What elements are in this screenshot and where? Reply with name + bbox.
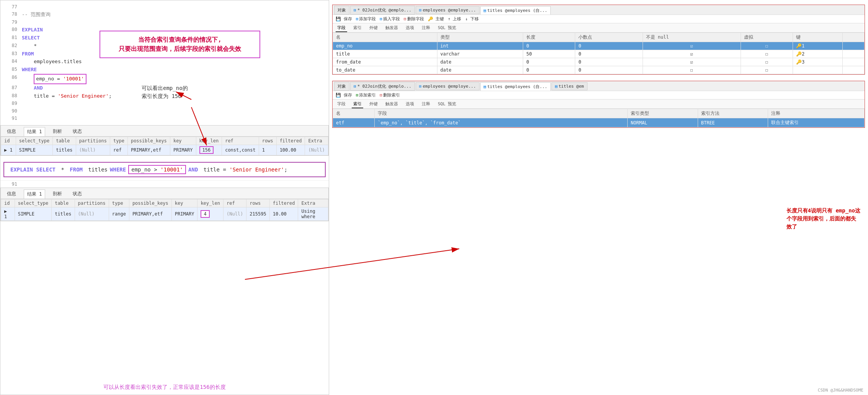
dbcol-len: 长度 bbox=[523, 33, 575, 42]
cell-select-type-1: SIMPLE bbox=[16, 145, 53, 155]
btn-delete-index[interactable]: ⊟删除索引 bbox=[380, 92, 400, 98]
db-subtab-trigger-2[interactable]: 触发器 bbox=[384, 100, 400, 108]
db-row-fromdate[interactable]: from_date date 0 0 ☑ ☐ 🔑3 bbox=[333, 58, 865, 66]
cell-key-len-2: 4 bbox=[197, 207, 224, 220]
tab-status-2[interactable]: 状态 bbox=[70, 189, 85, 199]
tab-profiling-1[interactable]: 剖析 bbox=[50, 127, 65, 136]
db-subtab-sql-1[interactable]: SQL 预览 bbox=[436, 24, 458, 32]
iq-titles: titles bbox=[85, 166, 108, 173]
db-row-title[interactable]: title varchar 50 0 ☑ ☐ 🔑2 bbox=[333, 50, 865, 58]
red-annotation-text: 长度只有4说明只有 emp_no这个字段用到索引，后面的都失效了 bbox=[786, 207, 860, 230]
db-tab-object-1[interactable]: 对象 bbox=[334, 6, 349, 15]
line-num-90: 90 bbox=[3, 108, 17, 115]
results-section-2: 信息 结果 1 剖析 状态 id select_type table parti… bbox=[0, 188, 329, 221]
cell-extra-2: Using where bbox=[298, 207, 328, 220]
iq-star: * bbox=[58, 166, 67, 173]
code-line-79: 79 bbox=[0, 19, 329, 26]
tab-status-1[interactable]: 状态 bbox=[70, 127, 85, 136]
db-subtab-fk-2[interactable]: 外键 bbox=[368, 100, 379, 108]
dbcell-fromdate-type: date bbox=[437, 58, 523, 66]
db-tab-titles-3[interactable]: ▤ titles @em bbox=[551, 82, 587, 90]
line-num-77: 77 bbox=[3, 3, 17, 11]
db-subtab-trigger-1[interactable]: 触发器 bbox=[384, 24, 400, 32]
dbcell-title-notnull: ☑ bbox=[643, 50, 741, 58]
btn-move-down[interactable]: ↓ 下移 bbox=[465, 16, 478, 22]
cell-key-2: PRIMARY bbox=[171, 207, 197, 220]
line-num-84: 84 bbox=[3, 58, 17, 66]
db-row-todate[interactable]: to_date date 0 0 ☐ ☐ bbox=[333, 66, 865, 74]
dbcell-title-name: title bbox=[333, 50, 437, 58]
dbcol-virtual: 虚拟 bbox=[741, 33, 793, 42]
inline-query-container: EXPLAIN SELECT * FROM titles WHERE emp_n… bbox=[0, 156, 329, 180]
code-line-89: 89 bbox=[0, 100, 329, 107]
db-subtab-options-2[interactable]: 选项 bbox=[404, 100, 416, 108]
db-index-row-etf[interactable]: etf `emp_no`, `title`, `from_date` NORMA… bbox=[333, 118, 865, 127]
db-tab-join-1[interactable]: ⊞ * 02Join优化 @emplo... bbox=[350, 6, 415, 15]
db-tab-titles-2[interactable]: ▤ titles @employees (自... bbox=[480, 82, 551, 91]
col-key-2: key bbox=[171, 199, 197, 207]
db-subtab-index-1[interactable]: 索引 bbox=[352, 24, 363, 32]
db-subtab-options-1[interactable]: 选项 bbox=[404, 24, 416, 32]
col-filtered-1: filtered bbox=[276, 137, 305, 145]
dbcol-name: 名 bbox=[333, 33, 437, 42]
dbcell-title-len: 50 bbox=[523, 50, 575, 58]
iq-where: WHERE bbox=[110, 166, 126, 173]
code-line-84: 84 employees.titles bbox=[0, 58, 329, 66]
col-key-1: key bbox=[170, 137, 196, 145]
db-tab-employees-1[interactable]: ⊞ employees @employe... bbox=[416, 6, 480, 14]
cell-possible-keys-2: PRIMARY,etf bbox=[129, 207, 171, 220]
col-id-1: id bbox=[1, 137, 16, 145]
db-tab-employees-2[interactable]: ⊞ employees @employe... bbox=[416, 82, 480, 90]
tab-profiling-2[interactable]: 剖析 bbox=[50, 189, 65, 199]
dbcol-dec: 小数点 bbox=[575, 33, 643, 42]
line-num-83: 83 bbox=[3, 50, 17, 58]
dbcell-empno-notnull: ☑ bbox=[643, 42, 741, 50]
results-table-2: id select_type table partitions type pos… bbox=[1, 199, 328, 221]
col-select-type-2: select_type bbox=[15, 199, 51, 207]
dbcol-key: 键 bbox=[793, 33, 843, 42]
btn-save-2[interactable]: 💾 保存 bbox=[336, 92, 352, 98]
cell-partitions-2: (Null) bbox=[75, 207, 109, 220]
db-subtab-comment-1[interactable]: 注释 bbox=[420, 24, 432, 32]
inline-query: EXPLAIN SELECT * FROM titles WHERE emp_n… bbox=[3, 162, 326, 177]
line-num-80: 80 bbox=[3, 26, 17, 34]
code-line-91b: 91 bbox=[0, 181, 329, 187]
code-line-85: 85 WHERE bbox=[0, 66, 329, 74]
db-tab-titles-1[interactable]: ▤ titles @employees (自... bbox=[480, 6, 551, 15]
btn-save-1[interactable]: 💾 保存 bbox=[336, 16, 352, 22]
db-tab-join-2[interactable]: ⊞ * 02Join优化 @emplo... bbox=[350, 82, 415, 91]
cell-table-2: titles bbox=[52, 207, 75, 220]
dbcell-todate-virtual: ☐ bbox=[741, 66, 793, 74]
btn-add-field[interactable]: ⊞添加字段 bbox=[356, 16, 376, 22]
annotation-small-2: 可以看出emp_no的索引长度为 156 bbox=[142, 84, 188, 100]
dbcell-todate-name: to_date bbox=[333, 66, 437, 74]
db-toolbar-2: 💾 保存 ⊞添加索引 ⊟删除索引 bbox=[333, 91, 865, 100]
tab-info-1[interactable]: 信息 bbox=[4, 127, 19, 136]
cell-type-1: ref bbox=[110, 145, 127, 155]
result-row-2: ▶ 1 SIMPLE titles (Null) range PRIMARY,e… bbox=[1, 207, 328, 220]
db-subtab-fields-1[interactable]: 字段 bbox=[336, 24, 347, 32]
idxcol-comment: 注释 bbox=[768, 109, 865, 118]
db-subtab-comment-2[interactable]: 注释 bbox=[420, 100, 432, 108]
btn-primary-key[interactable]: 🔑 主键 bbox=[428, 16, 444, 22]
col-extra-1: Extra bbox=[305, 137, 328, 145]
db-subtab-fk-1[interactable]: 外键 bbox=[368, 24, 379, 32]
tab-result1-1[interactable]: 结果 1 bbox=[24, 127, 45, 136]
col-rows-2: rows bbox=[246, 199, 269, 207]
db-tab-object-2[interactable]: 对象 bbox=[334, 82, 349, 91]
watermark: CSDN @JH&&HANDSOME bbox=[818, 388, 863, 393]
db-row-empno[interactable]: emp_no int 0 0 ☑ ☐ 🔑1 bbox=[333, 42, 865, 50]
code-line-77: 77 bbox=[0, 3, 329, 11]
db-subtab-fields-2[interactable]: 字段 bbox=[336, 100, 347, 108]
idxcell-method: BTREE bbox=[698, 118, 768, 127]
btn-delete-field[interactable]: ⊟删除字段 bbox=[404, 16, 424, 22]
tab-result1-2[interactable]: 结果 1 bbox=[24, 189, 45, 199]
btn-add-index[interactable]: ⊞添加索引 bbox=[356, 92, 376, 98]
tab-info-2[interactable]: 信息 bbox=[4, 189, 19, 199]
btn-insert-field[interactable]: ⊞插入字段 bbox=[380, 16, 400, 22]
results-table-1: id select_type table partitions type pos… bbox=[1, 137, 328, 155]
db-subtab-index-2[interactable]: 索引 bbox=[352, 100, 363, 108]
code-line-86: 86 emp_no = '10001' bbox=[0, 74, 329, 84]
db-subtab-sql-2[interactable]: SQL 预览 bbox=[436, 100, 458, 108]
btn-move-up[interactable]: ↑ 上移 bbox=[448, 16, 461, 22]
